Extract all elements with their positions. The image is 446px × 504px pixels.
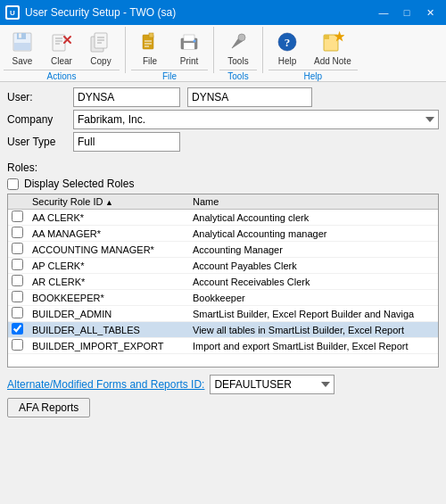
close-button[interactable]: ✕ — [419, 4, 441, 21]
svg-rect-6 — [53, 35, 65, 51]
toolbar: Save Clear — [0, 25, 446, 82]
role-checkbox[interactable] — [12, 259, 23, 270]
clear-label: Clear — [51, 56, 72, 66]
app-icon: U — [5, 5, 20, 20]
role-checkbox[interactable] — [12, 307, 23, 318]
role-checkbox[interactable] — [12, 243, 23, 254]
role-name-cell: Analytical Accounting manager — [189, 226, 438, 242]
add-note-icon: ★ — [320, 29, 345, 54]
col-header-name[interactable]: Name — [189, 194, 438, 210]
save-button[interactable]: Save — [4, 27, 41, 69]
col-header-id[interactable]: Security Role ID — [29, 194, 189, 210]
afa-reports-button[interactable]: AFA Reports — [7, 398, 90, 417]
svg-text:★: ★ — [333, 30, 344, 44]
svg-rect-4 — [19, 34, 21, 38]
table-row: BUILDER_ALL_TABLESView all tables in Sma… — [8, 322, 438, 338]
role-id-cell: AR CLERK* — [29, 274, 189, 290]
role-row-checkbox-cell — [8, 226, 29, 242]
role-row-checkbox-cell — [8, 258, 29, 274]
role-name-cell: Bookkeeper — [189, 290, 438, 306]
help-label: Help — [278, 56, 297, 66]
alt-forms-select[interactable]: DEFAULTUSER — [210, 375, 334, 394]
tools-group-label: Tools — [219, 70, 257, 81]
tools-button[interactable]: Tools — [219, 27, 257, 69]
help-button[interactable]: ? Help — [268, 27, 306, 69]
table-row: BOOKKEEPER*Bookkeeper — [8, 290, 438, 306]
role-name-cell: SmartList Builder, Excel Report Builder … — [189, 306, 438, 322]
toolbar-group-tools: Tools Tools — [219, 27, 257, 81]
display-selected-row: Display Selected Roles — [7, 178, 439, 190]
add-note-label: Add Note — [314, 56, 351, 66]
alt-forms-link[interactable]: Alternate/Modified Forms and Reports ID: — [7, 378, 204, 391]
copy-button[interactable]: Copy — [82, 27, 120, 69]
role-id-cell: BUILDER_ADMIN — [29, 306, 189, 322]
toolbar-group-actions: Save Clear — [4, 27, 120, 81]
roles-table-container: Security Role ID Name AA CLERK*Analytica… — [7, 194, 439, 368]
role-id-cell: BUILDER_IMPORT_EXPORT — [29, 338, 189, 354]
print-icon — [177, 29, 202, 54]
role-checkbox[interactable] — [12, 211, 23, 222]
usertype-input[interactable] — [73, 132, 180, 152]
role-name-cell: View all tables in SmartList Builder, Ex… — [189, 322, 438, 338]
table-row: AP CLERK*Account Payables Clerk — [8, 258, 438, 274]
help-icon: ? — [275, 29, 300, 54]
company-label: Company — [7, 113, 70, 126]
file-button[interactable]: File — [131, 27, 169, 69]
role-checkbox[interactable] — [12, 275, 23, 286]
role-row-checkbox-cell — [8, 306, 29, 322]
minimize-button[interactable]: — — [373, 4, 394, 21]
col-header-check — [8, 194, 29, 210]
afa-button-row: AFA Reports — [7, 398, 439, 417]
save-icon — [10, 29, 35, 54]
file-icon — [137, 29, 162, 54]
display-selected-label: Display Selected Roles — [24, 178, 134, 190]
toolbar-group-file: File Print File — [131, 27, 208, 81]
add-note-button[interactable]: ★ Add Note — [308, 27, 358, 69]
file-label: File — [143, 56, 157, 66]
svg-rect-17 — [149, 33, 153, 37]
actions-group-label: Actions — [4, 70, 120, 81]
svg-rect-5 — [14, 43, 30, 50]
table-row: BUILDER_ADMINSmartList Builder, Excel Re… — [8, 306, 438, 322]
window-title: User Security Setup - TWO (sa) — [25, 6, 176, 19]
role-row-checkbox-cell — [8, 290, 29, 306]
maximize-button[interactable]: □ — [396, 4, 417, 21]
file-group-label: File — [131, 70, 208, 81]
table-row: AA MANAGER*Analytical Accounting manager — [8, 226, 438, 242]
divider-3 — [262, 27, 263, 73]
role-name-cell: Analytical Accounting clerk — [189, 210, 438, 226]
toolbar-group-help: ? Help ★ Add Note Help — [268, 27, 358, 81]
save-label: Save — [12, 56, 33, 66]
role-name-cell: Import and export SmartList Builder, Exc… — [189, 338, 438, 354]
svg-text:?: ? — [285, 36, 291, 49]
user-input[interactable] — [73, 87, 180, 107]
role-row-checkbox-cell — [8, 274, 29, 290]
divider-1 — [125, 27, 126, 73]
role-row-checkbox-cell — [8, 210, 29, 226]
role-id-cell: ACCOUNTING MANAGER* — [29, 242, 189, 258]
user-input2[interactable] — [187, 87, 312, 107]
print-button[interactable]: Print — [170, 27, 208, 69]
clear-button[interactable]: Clear — [43, 27, 80, 69]
form-area: User: Company Fabrikam, Inc. User Type — [0, 82, 446, 158]
svg-rect-23 — [184, 35, 194, 41]
roles-section: Roles: Display Selected Roles Security R… — [0, 158, 446, 371]
divider-2 — [213, 27, 214, 73]
user-row: User: — [7, 87, 439, 107]
role-id-cell: BOOKKEEPER* — [29, 290, 189, 306]
role-name-cell: Account Receivables Clerk — [189, 274, 438, 290]
role-checkbox[interactable] — [12, 291, 23, 302]
company-row: Company Fabrikam, Inc. — [7, 110, 439, 129]
role-checkbox[interactable] — [12, 227, 23, 238]
roles-table-scroll[interactable]: Security Role ID Name AA CLERK*Analytica… — [8, 194, 438, 368]
svg-rect-22 — [184, 43, 194, 49]
help-group-label: Help — [268, 70, 358, 81]
tools-label: Tools — [227, 56, 248, 66]
company-select[interactable]: Fabrikam, Inc. — [73, 110, 439, 129]
role-checkbox[interactable] — [12, 339, 23, 351]
svg-text:U: U — [10, 9, 15, 17]
tools-icon — [226, 29, 251, 54]
role-checkbox[interactable] — [12, 323, 23, 335]
display-selected-checkbox[interactable] — [7, 178, 19, 190]
svg-point-25 — [238, 34, 245, 41]
